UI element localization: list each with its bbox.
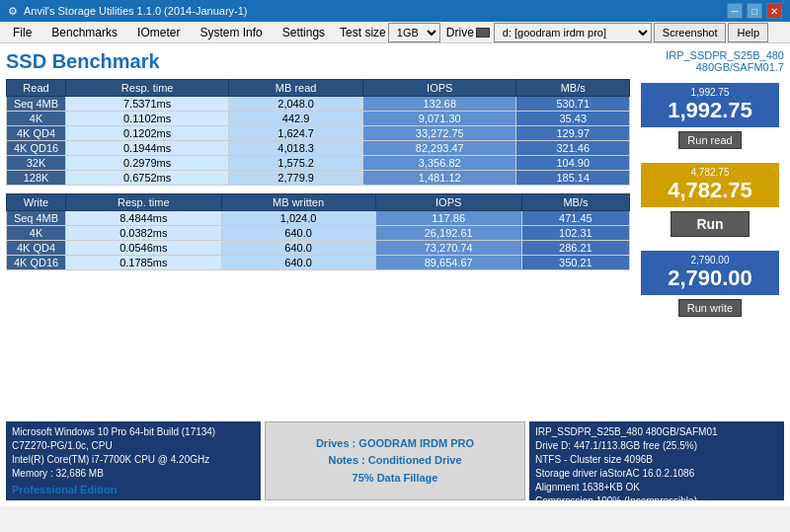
menu-benchmarks[interactable]: Benchmarks: [42, 23, 126, 42]
write-row-mb: 640.0: [221, 241, 375, 256]
read-table-row: 4K QD4 0.1202ms 1,624.7 33,272.75 129.97: [7, 126, 630, 141]
read-table-row: 128K 0.6752ms 2,779.9 1,481.12 185.14: [7, 171, 630, 186]
write-table-row: Seq 4MB 8.4844ms 1,024.0 117.86 471.45: [7, 211, 630, 226]
write-header-resp: Resp. time: [66, 194, 222, 211]
read-score-area: 1,992.75 1,992.75 Run read: [641, 83, 779, 149]
drive-detail-model: IRP_SSDPR_S25B_480 480GB/SAFM01: [535, 425, 778, 439]
read-row-iops: 33,272.75: [363, 126, 516, 141]
write-row-mb: 640.0: [221, 226, 375, 241]
sys-os: Microsoft Windows 10 Pro 64-bit Build (1…: [12, 425, 255, 439]
help-button[interactable]: Help: [728, 23, 768, 42]
write-score-small: 2,790.00: [649, 255, 771, 266]
title-bar-text: Anvil's Storage Utilities 1.1.0 (2014-Ja…: [24, 5, 247, 17]
bench-right: 1,992.75 1,992.75 Run read 4,782.75 4,78…: [636, 79, 784, 416]
menu-system-info[interactable]: System Info: [191, 23, 271, 42]
maximize-button[interactable]: □: [747, 3, 762, 19]
write-table: Write Resp. time MB written IOPS MB/s Se…: [6, 193, 630, 270]
write-row-label: Seq 4MB: [7, 211, 66, 226]
drive-detail-drive: Drive D: 447.1/113.8GB free (25.5%): [535, 439, 778, 453]
read-header-label: Read: [7, 80, 66, 97]
write-table-row: 4K QD16 0.1785ms 640.0 89,654.67 350.21: [7, 256, 630, 270]
read-row-resp: 0.1102ms: [66, 112, 229, 126]
sys-cpu2: Intel(R) Core(TM) i7-7700K CPU @ 4.20GHz: [12, 453, 255, 467]
write-row-label: 4K: [7, 226, 66, 241]
read-row-label: 4K: [7, 112, 66, 126]
test-size-select[interactable]: 1GB: [388, 23, 440, 42]
write-row-mbs: 102.31: [521, 226, 629, 241]
read-row-iops: 1,481.12: [363, 171, 516, 186]
write-table-row: 4K 0.0382ms 640.0 26,192.61 102.31: [7, 226, 630, 241]
read-row-iops: 3,356.82: [363, 156, 516, 171]
read-row-label: Seq 4MB: [7, 97, 66, 112]
pro-edition-label: Professional Edition: [12, 483, 255, 497]
menu-file[interactable]: File: [4, 23, 40, 42]
read-row-mb: 1,575.2: [229, 156, 363, 171]
run-button[interactable]: Run: [671, 211, 750, 237]
write-row-label: 4K QD16: [7, 256, 66, 270]
read-row-iops: 9,071.30: [363, 112, 516, 126]
write-table-row: 4K QD4 0.0546ms 640.0 73,270.74 286.21: [7, 241, 630, 256]
read-row-mb: 2,779.9: [229, 171, 363, 186]
read-score-big: 1,992.75: [649, 98, 771, 123]
read-row-label: 4K QD4: [7, 126, 66, 141]
sys-memory: Memory : 32,686 MB: [12, 467, 255, 481]
drive-detail-compression: Compression 100% (Incompressible): [535, 494, 778, 508]
minimize-button[interactable]: ─: [727, 3, 743, 19]
write-row-label: 4K QD4: [7, 241, 66, 256]
menu-iometer[interactable]: IOmeter: [128, 23, 189, 42]
app-icon: ⚙: [8, 5, 18, 18]
write-header-label: Write: [7, 194, 66, 211]
read-table-row: Seq 4MB 7.5371ms 2,048.0 132.68 530.71: [7, 97, 630, 112]
total-score-big: 4,782.75: [649, 178, 771, 203]
drive-detail-alignment: Alignment 1638+KB OK: [535, 481, 778, 494]
read-score-box: 1,992.75 1,992.75: [641, 83, 779, 127]
read-table-row: 4K QD16 0.1944ms 4,018.3 82,293.47 321.4…: [7, 141, 630, 156]
title-bar: ⚙ Anvil's Storage Utilities 1.1.0 (2014-…: [0, 0, 790, 22]
write-score-big: 2,790.00: [649, 266, 771, 291]
header-row: SSD Benchmark IRP_SSDPR_S25B_480 480GB/S…: [6, 49, 784, 73]
drives-line3: 75% Data Fillage: [316, 470, 474, 488]
write-row-mb: 640.0: [221, 256, 375, 270]
write-row-mbs: 286.21: [521, 241, 629, 256]
drives-line1: Drives : GOODRAM IRDM PRO: [316, 435, 474, 453]
write-row-resp: 0.1785ms: [66, 256, 222, 270]
write-header-mb: MB written: [221, 194, 375, 211]
run-read-button[interactable]: Run read: [678, 131, 741, 149]
read-row-mbs: 35.43: [516, 112, 630, 126]
write-score-area: 2,790.00 2,790.00 Run write: [641, 251, 779, 317]
read-row-resp: 0.6752ms: [66, 171, 229, 186]
write-row-iops: 73,270.74: [375, 241, 521, 256]
write-header-mbs: MB/s: [521, 194, 629, 211]
read-row-resp: 0.2979ms: [66, 156, 229, 171]
drives-line2: Notes : Conditioned Drive: [316, 452, 474, 470]
read-row-mb: 4,018.3: [229, 141, 363, 156]
sys-cpu1: C7Z270-PG/1.0c, CPU: [12, 439, 255, 453]
bottom-section: Microsoft Windows 10 Pro 64-bit Build (1…: [6, 421, 784, 500]
read-header-resp: Resp. time: [66, 80, 229, 97]
read-row-mb: 1,624.7: [229, 126, 363, 141]
write-row-resp: 0.0546ms: [66, 241, 222, 256]
main-content: SSD Benchmark IRP_SSDPR_S25B_480 480GB/S…: [0, 43, 790, 506]
read-row-label: 128K: [7, 171, 66, 186]
run-write-button[interactable]: Run write: [678, 299, 742, 317]
read-header-mbs: MB/s: [516, 80, 630, 97]
menu-settings[interactable]: Settings: [274, 23, 334, 42]
read-row-mbs: 530.71: [516, 97, 630, 112]
write-row-mbs: 471.45: [521, 211, 629, 226]
bench-area: Read Resp. time MB read IOPS MB/s Seq 4M…: [6, 79, 784, 416]
device-info: IRP_SSDPR_S25B_480 480GB/SAFM01.7: [666, 49, 784, 73]
write-row-mbs: 350.21: [521, 256, 629, 270]
drive-icon: [476, 28, 490, 38]
screenshot-button[interactable]: Screenshot: [654, 23, 727, 42]
read-row-mbs: 321.46: [516, 141, 630, 156]
test-size-label: Test size: [340, 26, 386, 39]
read-row-mbs: 185.14: [516, 171, 630, 186]
read-row-mb: 442.9: [229, 112, 363, 126]
drive-label: Drive: [446, 26, 474, 39]
read-row-mbs: 129.97: [516, 126, 630, 141]
ssd-title: SSD Benchmark: [6, 50, 160, 73]
drive-select[interactable]: d: [goodram irdm pro]: [494, 23, 652, 42]
close-button[interactable]: ✕: [766, 3, 782, 19]
read-row-resp: 7.5371ms: [66, 97, 229, 112]
total-score-area: 4,782.75 4,782.75 Run: [641, 163, 779, 237]
